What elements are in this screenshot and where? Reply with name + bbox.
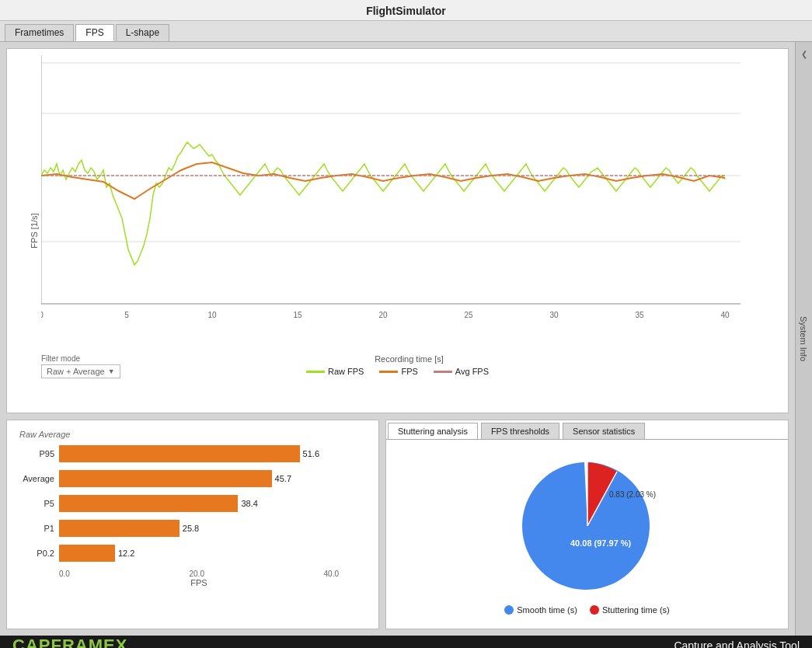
system-info-label: System Info bbox=[800, 316, 809, 361]
chevron-down-icon: ▼ bbox=[108, 368, 115, 375]
tab-sensor-statistics[interactable]: Sensor statistics bbox=[563, 423, 645, 439]
legend-fps-label: FPS bbox=[401, 367, 417, 376]
bar-outer-p1: 25.8 bbox=[59, 520, 339, 537]
svg-text:0.83 (2.03 %): 0.83 (2.03 %) bbox=[609, 490, 656, 499]
smooth-time-color bbox=[504, 605, 514, 615]
svg-text:0: 0 bbox=[41, 311, 44, 319]
svg-text:15: 15 bbox=[293, 311, 302, 319]
tab-frametimes[interactable]: Frametimes bbox=[5, 24, 74, 41]
legend-stuttering-time: Stuttering time (s) bbox=[590, 605, 670, 615]
stutter-content: 40.08 (97.97 %) 0.83 (2.03 %) Smooth tim… bbox=[386, 440, 788, 629]
bar-row-p5: P5 38.4 bbox=[19, 495, 366, 512]
bar-row-p95: P95 51.6 bbox=[19, 445, 366, 462]
footer-logo: CAPFRAMEX bbox=[12, 636, 127, 648]
bar-label-p02: P0.2 bbox=[19, 549, 54, 558]
bar-outer-p5: 38.4 bbox=[59, 495, 339, 512]
svg-text:25: 25 bbox=[464, 311, 473, 319]
smooth-time-label: Smooth time (s) bbox=[517, 605, 577, 615]
raw-avg-label: Raw Average bbox=[19, 430, 366, 439]
avg-fps-color bbox=[434, 371, 452, 373]
bar-value-p02: 12.2 bbox=[118, 549, 134, 558]
bar-label-p1: P1 bbox=[19, 524, 54, 533]
svg-text:20: 20 bbox=[378, 311, 388, 319]
svg-text:30: 30 bbox=[549, 311, 559, 319]
bar-panel: Raw Average P95 51.6 Average bbox=[6, 420, 379, 629]
svg-text:40: 40 bbox=[720, 311, 730, 319]
tab-fps-thresholds[interactable]: FPS thresholds bbox=[481, 423, 559, 439]
tab-stuttering-analysis[interactable]: Stuttering analysis bbox=[388, 423, 478, 439]
bar-outer-average: 45.7 bbox=[59, 470, 339, 487]
bar-fill-p02 bbox=[59, 545, 115, 562]
pie-chart-svg: 40.08 (97.97 %) 0.83 (2.03 %) bbox=[502, 455, 673, 598]
bar-label-p5: P5 bbox=[19, 499, 54, 508]
bar-x-tick-0: 0.0 bbox=[59, 570, 70, 578]
chevron-icon: ❮ bbox=[801, 50, 807, 58]
svg-text:10: 10 bbox=[207, 311, 217, 319]
bar-x-ticks: 0.0 20.0 40.0 bbox=[59, 570, 339, 578]
legend-smooth-time: Smooth time (s) bbox=[504, 605, 577, 615]
stuttering-time-color bbox=[590, 605, 599, 615]
stuttering-time-label: Stuttering time (s) bbox=[602, 605, 670, 615]
bar-value-p5: 38.4 bbox=[241, 499, 257, 508]
bar-fill-average bbox=[59, 470, 272, 487]
legend-avg-fps-label: Avg FPS bbox=[455, 367, 489, 376]
bar-outer-p02: 12.2 bbox=[59, 545, 339, 562]
stutter-panel: Stuttering analysis FPS thresholds Senso… bbox=[385, 420, 789, 629]
legend-avg-fps: Avg FPS bbox=[434, 367, 489, 376]
svg-text:35: 35 bbox=[635, 311, 644, 319]
svg-text:40.08 (97.97 %): 40.08 (97.97 %) bbox=[570, 538, 632, 548]
fps-chart-svg: 80 60 40 20 0 5 10 15 20 25 30 35 40 bbox=[41, 55, 779, 350]
pie-chart-area: 40.08 (97.97 %) 0.83 (2.03 %) bbox=[502, 455, 673, 601]
bar-row-p02: P0.2 12.2 bbox=[19, 545, 366, 562]
bar-x-label: FPS bbox=[59, 578, 339, 587]
main-panel: FPS [1/s] 80 60 40 20 bbox=[0, 42, 795, 636]
svg-text:5: 5 bbox=[124, 311, 129, 319]
bar-fill-p95 bbox=[59, 445, 300, 462]
tab-fps[interactable]: FPS bbox=[75, 24, 113, 41]
bar-x-tick-20: 20.0 bbox=[189, 570, 204, 578]
system-info-sidebar[interactable]: ❮ System Info bbox=[795, 42, 812, 636]
bar-x-tick-40: 40.0 bbox=[324, 570, 339, 578]
content-area: FPS [1/s] 80 60 40 20 bbox=[0, 42, 812, 636]
bar-label-average: Average bbox=[19, 474, 54, 483]
tab-lshape[interactable]: L-shape bbox=[116, 24, 169, 41]
bar-row-p1: P1 25.8 bbox=[19, 520, 366, 537]
y-axis-label: FPS [1/s] bbox=[30, 213, 39, 248]
bar-value-p1: 25.8 bbox=[183, 524, 199, 533]
legend-fps: FPS bbox=[379, 367, 417, 376]
stutter-tab-bar: Stuttering analysis FPS thresholds Senso… bbox=[386, 420, 788, 440]
raw-fps-color bbox=[306, 371, 325, 373]
bar-row-average: Average 45.7 bbox=[19, 470, 366, 487]
filter-dropdown[interactable]: Raw + Average ▼ bbox=[41, 364, 120, 378]
filter-value: Raw + Average bbox=[47, 367, 105, 376]
fps-color bbox=[379, 371, 398, 373]
bottom-panels: Raw Average P95 51.6 Average bbox=[6, 420, 789, 629]
bar-value-average: 45.7 bbox=[275, 474, 291, 483]
bar-fill-p5 bbox=[59, 495, 238, 512]
fps-chart-container: FPS [1/s] 80 60 40 20 bbox=[6, 48, 789, 413]
app-title: FlightSimulator bbox=[0, 0, 812, 21]
bar-label-p95: P95 bbox=[19, 449, 54, 458]
legend-raw-fps-label: Raw FPS bbox=[328, 367, 364, 376]
filter-label: Filter mode bbox=[41, 354, 120, 363]
legend-raw-fps: Raw FPS bbox=[306, 367, 364, 376]
chart-legend: Raw FPS FPS Avg FPS bbox=[13, 367, 782, 376]
filter-mode-area: Filter mode Raw + Average ▼ bbox=[41, 354, 120, 378]
x-axis-label: Recording time [s] bbox=[37, 354, 782, 364]
bar-fill-p1 bbox=[59, 520, 179, 537]
footer-tagline: Capture and Analysis Tool bbox=[674, 639, 800, 648]
footer: CAPFRAMEX Capture and Analysis Tool bbox=[0, 636, 812, 648]
bar-value-p95: 51.6 bbox=[303, 449, 319, 458]
pie-legend: Smooth time (s) Stuttering time (s) bbox=[504, 605, 669, 615]
tab-bar: Frametimes FPS L-shape bbox=[0, 21, 812, 42]
bar-outer-p95: 51.6 bbox=[59, 445, 339, 462]
